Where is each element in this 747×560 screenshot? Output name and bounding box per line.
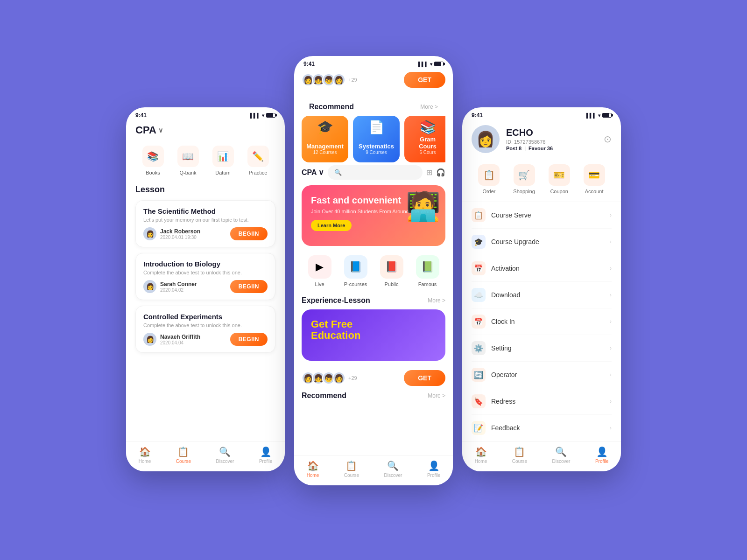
- p-action-account[interactable]: 💳 Account: [584, 164, 605, 194]
- p-action-shopping[interactable]: 🛒 Shopping: [513, 164, 535, 194]
- p-action-coupon[interactable]: 🎫 Coupon: [549, 164, 570, 194]
- cat-public[interactable]: 📕 Public: [380, 255, 403, 287]
- rec-card-gram[interactable]: 📚 Gram Cours 6 Cours: [404, 116, 445, 162]
- cat-live[interactable]: ▶ Live: [308, 255, 331, 287]
- begin-btn-2[interactable]: BEGIIN: [230, 333, 268, 346]
- banner-illustration: 🧑‍💻: [406, 190, 441, 223]
- menu-clock-in[interactable]: 📅 Clock In ›: [472, 308, 612, 335]
- rec-card-mgmt[interactable]: 🎓 Management 12 Courses: [302, 116, 348, 162]
- action-qbank[interactable]: 📖 Q-bank: [177, 146, 199, 175]
- nav-profile-right[interactable]: 👤 Profile: [595, 446, 608, 464]
- profile-menu-btn[interactable]: ⊙: [604, 133, 612, 145]
- feedback-icon: 📝: [472, 421, 486, 435]
- course-nav-label-c: Course: [344, 473, 359, 478]
- learn-more-btn[interactable]: Learn More: [311, 220, 352, 231]
- search-bar-row: CPA ∨ 🔍 ⊞ 🎧: [294, 162, 453, 185]
- nav-discover-left[interactable]: 🔍 Discover: [216, 446, 234, 464]
- avatar-1: 👩: [143, 280, 156, 293]
- left-header: CPA ∨: [126, 120, 285, 142]
- rec-card-sys[interactable]: 📄 Systematics 9 Courses: [353, 116, 400, 162]
- datum-icon: 📊: [212, 146, 234, 167]
- course-upgrade-icon: 🎓: [472, 235, 486, 249]
- famous-icon: 📗: [416, 255, 439, 279]
- redress-icon: 🔖: [472, 394, 486, 408]
- nav-home-right[interactable]: 🏠 Home: [475, 446, 487, 464]
- action-books[interactable]: 📚 Books: [142, 146, 164, 175]
- profile-avatar: 👩: [472, 125, 500, 153]
- books-label: Books: [146, 170, 160, 175]
- chevron-0: ›: [610, 212, 612, 218]
- live-icon: ▶: [308, 255, 331, 279]
- get-btn[interactable]: GET: [404, 370, 445, 386]
- search-input-box[interactable]: 🔍: [328, 165, 423, 180]
- lesson-user-1: 👩 Sarah Conner 2020.04.02: [143, 280, 197, 293]
- lesson-user-2: 👩 Navaeh Griffith 2020.04.04: [143, 333, 200, 346]
- nav-home-center[interactable]: 🏠 Home: [307, 460, 319, 478]
- course-nav-icon: 📋: [177, 446, 189, 457]
- get-btn-top[interactable]: GET: [404, 72, 445, 88]
- lesson-title-1: Introduction to Biology: [143, 260, 268, 268]
- menu-setting[interactable]: ⚙️ Setting ›: [472, 335, 612, 362]
- battery-icon-c: [434, 62, 444, 66]
- menu-download[interactable]: ☁️ Download ›: [472, 282, 612, 308]
- cat-famous[interactable]: 📗 Famous: [416, 255, 439, 287]
- battery-icon: [266, 113, 275, 118]
- nav-profile-left[interactable]: 👤 Profile: [259, 446, 272, 464]
- course-nav-label-r: Course: [512, 459, 527, 464]
- category-row: ▶ Live 📘 P-courses 📕 Public 📗 Famous: [294, 253, 453, 294]
- sys-sub: 9 Courses: [366, 150, 387, 155]
- nav-course-left[interactable]: 📋 Course: [176, 446, 191, 464]
- profile-nav-label-c: Profile: [427, 473, 440, 478]
- profile-id: ID: 15727358676: [506, 139, 597, 145]
- recommend-more[interactable]: More >: [420, 104, 438, 110]
- expand-icon[interactable]: ⊞: [426, 168, 432, 177]
- begin-btn-1[interactable]: BEGIIN: [230, 280, 268, 293]
- home-nav-icon-c: 🏠: [307, 460, 319, 471]
- action-datum[interactable]: 📊 Datum: [212, 146, 234, 175]
- nav-discover-right[interactable]: 🔍 Discover: [552, 446, 571, 464]
- lesson-desc-0: Let's put your memory on our first topic…: [143, 217, 268, 223]
- pcourses-label: P-courses: [344, 281, 367, 287]
- cpa-title-left[interactable]: CPA ∨: [135, 124, 163, 136]
- menu-course-upgrade[interactable]: 🎓 Course Upgrade ›: [472, 229, 612, 255]
- experience-more[interactable]: More >: [428, 297, 445, 304]
- action-practice[interactable]: ✏️ Practice: [247, 146, 269, 175]
- menu-redress[interactable]: 🔖 Redress ›: [472, 388, 612, 415]
- headphones-icon[interactable]: 🎧: [436, 168, 445, 177]
- menu-activation[interactable]: 📅 Activation ›: [472, 255, 612, 282]
- time-right: 9:41: [472, 112, 483, 119]
- nav-discover-center[interactable]: 🔍 Discover: [384, 460, 402, 478]
- avatar-2: 👩: [143, 333, 156, 346]
- mgmt-icon: 🎓: [317, 119, 333, 135]
- nav-course-right[interactable]: 📋 Course: [512, 446, 527, 464]
- download-label: Download: [491, 291, 610, 299]
- recommend-section-top: Recommend More > 🎓 Management 12 Courses…: [294, 97, 453, 162]
- cat-pcourses[interactable]: 📘 P-courses: [344, 255, 367, 287]
- profile-nav-icon: 👤: [260, 446, 272, 457]
- wifi-icon: ▾: [262, 113, 264, 118]
- begin-btn-0[interactable]: BEGIIN: [230, 227, 268, 240]
- download-icon: ☁️: [472, 288, 486, 302]
- account-label: Account: [585, 189, 604, 194]
- menu-operator[interactable]: 🔄 Operator ›: [472, 362, 612, 388]
- experience-title: Experience-Lesson: [302, 296, 370, 305]
- course-nav-icon-c: 📋: [345, 460, 357, 471]
- friends-row: 👩 👧 👦 👩 +29 GET: [294, 366, 453, 390]
- friends-avatars-top: 👩 👧 👦 👩 +29: [302, 73, 357, 86]
- pcourses-icon: 📘: [344, 255, 367, 279]
- nav-profile-center[interactable]: 👤 Profile: [427, 460, 440, 478]
- nav-home-left[interactable]: 🏠 Home: [139, 446, 151, 464]
- battery-icon-r: [602, 113, 612, 118]
- bottom-recommend-more[interactable]: More >: [428, 392, 445, 399]
- p-action-order[interactable]: 📋 Order: [478, 164, 500, 194]
- course-nav-icon-r: 📋: [514, 446, 525, 457]
- menu-course-serve[interactable]: 📋 Course Serve ›: [472, 202, 612, 229]
- lesson-desc-2: Complete the above test to unlock this o…: [143, 322, 268, 328]
- nav-course-center[interactable]: 📋 Course: [344, 460, 359, 478]
- mgmt-sub: 12 Courses: [313, 150, 337, 155]
- menu-feedback[interactable]: 📝 Feedback ›: [472, 415, 612, 441]
- lesson-card-1: Introduction to Biology Complete the abo…: [135, 253, 275, 300]
- course-nav-label: Course: [176, 459, 191, 464]
- cpa-selector[interactable]: CPA ∨: [302, 168, 324, 177]
- profile-nav-icon-r: 👤: [596, 446, 608, 457]
